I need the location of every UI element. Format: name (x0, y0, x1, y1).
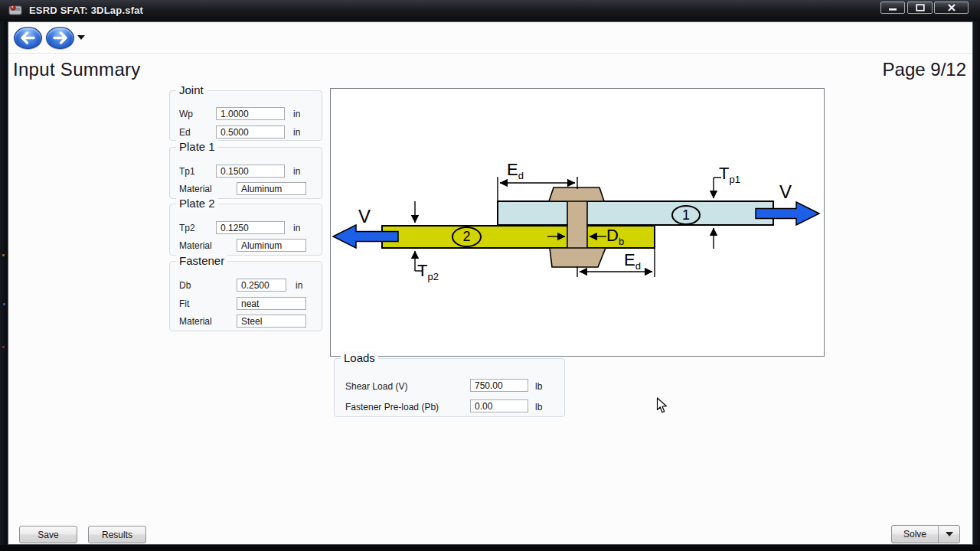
chevron-down-icon (946, 532, 953, 536)
save-button[interactable]: Save (19, 526, 77, 543)
fastener-material-label: Material (179, 316, 212, 327)
plate1-material-label: Material (179, 184, 212, 194)
ed-unit: in (293, 127, 300, 138)
wp-input[interactable] (216, 107, 285, 120)
close-button[interactable] (934, 2, 969, 14)
plate2-material-input[interactable] (237, 239, 306, 252)
mouse-cursor (656, 397, 668, 414)
plate1-groupbox: Plate 1 Tp1 in Material (169, 147, 322, 199)
desktop-speck (2, 346, 5, 348)
fastener-head-bottom-shape (550, 248, 606, 267)
close-icon (947, 4, 956, 11)
preload-label: Fastener Pre-load (Pb) (345, 402, 439, 412)
tp2-dim-label: Tp2 (417, 262, 439, 282)
window-title: ESRD SFAT: 3DLap.sfat (29, 5, 143, 16)
lap-joint-drawing (331, 89, 824, 356)
tp1-unit: in (293, 166, 300, 177)
plate1-shape (498, 201, 773, 225)
shear-load-unit: lb (535, 381, 542, 392)
fastener-material-input[interactable] (237, 315, 306, 328)
tp1-input[interactable] (216, 165, 285, 178)
solve-dropdown-button[interactable] (938, 526, 959, 543)
desktop-speck (3, 303, 5, 305)
tp2-label: Tp2 (179, 223, 195, 233)
ed-label: Ed (179, 127, 191, 138)
preload-input[interactable] (470, 399, 528, 412)
page-indicator: Page 9/12 (883, 59, 966, 80)
lap-joint-diagram: Ed Ed Db Tp1 Tp2 V V 1 2 (330, 88, 825, 357)
wp-label: Wp (179, 109, 193, 119)
page-title: Input Summary (13, 59, 141, 80)
solve-button[interactable]: Solve (892, 526, 938, 543)
plate2-groupbox: Plate 2 Tp2 in Material (169, 204, 322, 256)
desktop-edge-right (973, 0, 980, 551)
window-titlebar: ESRD SFAT: 3DLap.sfat (0, 0, 980, 21)
desktop-edge-bottom (0, 545, 980, 551)
tp2-input[interactable] (216, 221, 285, 234)
preload-unit: lb (535, 402, 542, 412)
desktop-edge-left (0, 0, 8, 551)
plate2-title: Plate 2 (176, 197, 218, 210)
back-arrow-icon (15, 28, 41, 48)
plate1-material-input[interactable] (237, 182, 306, 195)
fastener-groupbox: Fastener Db in Fit Material (169, 261, 322, 331)
db-input[interactable] (237, 279, 286, 292)
forward-arrow-icon (47, 28, 74, 48)
minimize-button[interactable] (880, 2, 905, 14)
results-button[interactable]: Results (88, 526, 146, 543)
desktop-speck (2, 254, 5, 256)
joint-groupbox: Joint Wp in Ed in (169, 90, 322, 141)
tp2-unit: in (293, 223, 300, 233)
tp1-dim-label: Tp1 (719, 165, 740, 184)
shear-label-left: V (358, 207, 371, 226)
db-label: Db (179, 280, 191, 291)
ed-bottom-dim-label: Ed (624, 252, 641, 271)
loads-groupbox: Loads Shear Load (V) lb Fastener Pre-loa… (334, 358, 565, 417)
toolbar-separator (8, 53, 972, 54)
loads-title: Loads (341, 351, 378, 364)
app-icon (8, 3, 24, 17)
minimize-icon (888, 4, 897, 11)
plate2-material-label: Material (179, 240, 212, 251)
shear-load-input[interactable] (470, 379, 528, 392)
fastener-title: Fastener (176, 254, 227, 267)
db-dim-label: Db (606, 227, 624, 246)
fit-input[interactable] (237, 297, 306, 310)
fastener-head-top-shape (549, 187, 604, 201)
shear-load-label: Shear Load (V) (345, 381, 407, 392)
solve-split-button: Solve (891, 525, 960, 543)
ed-input[interactable] (216, 126, 285, 139)
db-unit: in (296, 280, 302, 291)
maximize-button[interactable] (907, 2, 933, 14)
fit-label: Fit (179, 298, 189, 309)
wp-unit: in (293, 109, 300, 119)
shear-label-right: V (779, 183, 792, 201)
ed-top-dim-label: Ed (507, 161, 524, 181)
joint-title: Joint (176, 83, 207, 96)
tp1-label: Tp1 (179, 166, 195, 177)
plate2-number-badge: 2 (452, 227, 482, 247)
plate1-title: Plate 1 (176, 140, 218, 153)
plate1-number-badge: 1 (671, 205, 701, 225)
maximize-icon (916, 4, 925, 11)
client-area: Input Summary Page 9/12 Joint Wp in Ed i… (8, 21, 973, 545)
forward-dropdown-caret[interactable] (77, 35, 85, 40)
forward-button[interactable] (46, 27, 74, 49)
back-button[interactable] (14, 27, 42, 49)
